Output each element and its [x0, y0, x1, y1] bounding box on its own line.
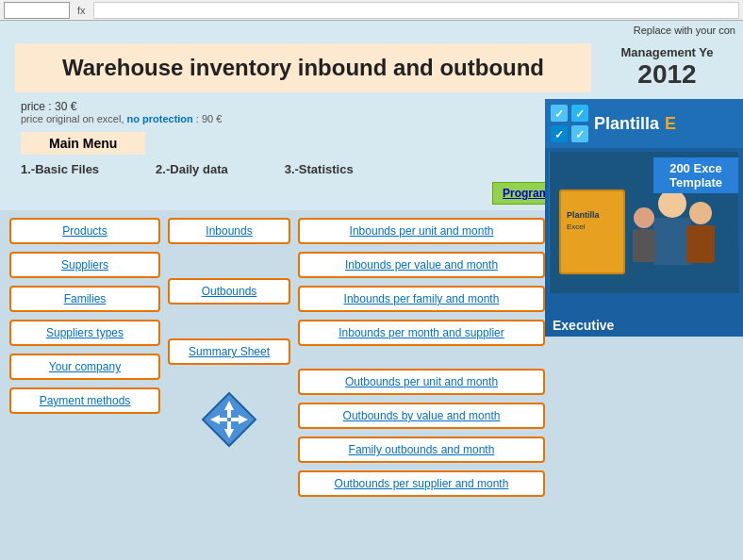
- template-box: Plantilla Excel 200 Exce Template: [545, 148, 743, 337]
- title-section: Warehouse inventory inbound and outbound: [15, 43, 591, 92]
- svg-rect-25: [686, 225, 715, 263]
- inbounds-per-unit-month-button[interactable]: Inbounds per unit and month: [298, 218, 545, 244]
- main-title: Warehouse inventory inbound and outbound: [34, 55, 572, 81]
- left-navigation-column: Products Suppliers Families Suppliers ty…: [9, 218, 160, 497]
- svg-rect-19: [561, 191, 623, 272]
- nav-item-basic-files: 1.-Basic Files: [21, 162, 99, 176]
- inbounds-per-value-month-button[interactable]: Inbounds per value and month: [298, 252, 545, 278]
- no-protection-text: no protection: [127, 113, 193, 124]
- plantilla-name: Plantilla: [594, 114, 659, 134]
- outbounds-button[interactable]: Outbounds: [168, 278, 290, 305]
- price-section: price : 30 € price original on excel, no…: [8, 96, 599, 128]
- svg-point-24: [689, 202, 712, 224]
- formula-input[interactable]: [93, 2, 739, 19]
- svg-text:✓: ✓: [575, 128, 585, 141]
- svg-point-22: [658, 189, 686, 218]
- move-icon: [201, 391, 257, 448]
- svg-text:✓: ✓: [554, 128, 564, 141]
- middle-navigation-column: Inbounds Outbounds Summary Sheet: [168, 218, 290, 497]
- right-navigation-column: Inbounds per unit and month Inbounds per…: [298, 218, 545, 497]
- products-button[interactable]: Products: [9, 218, 160, 244]
- suppliers-types-button[interactable]: Suppliers types: [9, 320, 160, 346]
- svg-text:✓: ✓: [554, 107, 564, 121]
- inbounds-per-month-supplier-button[interactable]: Inbounds per month and supplier: [298, 320, 545, 346]
- svg-text:Plantilla: Plantilla: [567, 210, 601, 220]
- svg-rect-4: [227, 421, 231, 429]
- header-left: Warehouse inventory inbound and outbound…: [8, 40, 599, 180]
- svg-rect-27: [633, 229, 655, 262]
- menu-title: Main Menu: [21, 132, 145, 155]
- banner-text: Replace with your con: [634, 25, 735, 36]
- plantilla-suffix: E: [665, 114, 676, 134]
- suppliers-button[interactable]: Suppliers: [9, 252, 160, 278]
- menu-section: Main Menu: [8, 128, 599, 158]
- svg-text:✓: ✓: [575, 107, 585, 121]
- nav-item-statistics: 3.-Statistics: [285, 162, 354, 176]
- inbounds-per-family-month-button[interactable]: Inbounds per family and month: [298, 286, 545, 312]
- cell-reference-input[interactable]: B6: [4, 2, 70, 19]
- plantilla-header: ✓ ✓ ✓ ✓ Plantilla E: [545, 99, 743, 148]
- year-value: 2012: [603, 59, 732, 90]
- nav-row: 1.-Basic Files 2.-Daily data 3.-Statisti…: [8, 158, 599, 180]
- svg-rect-8: [231, 418, 239, 421]
- top-banner: Replace with your con: [0, 21, 743, 40]
- svg-rect-6: [220, 418, 227, 421]
- right-image-panel: ✓ ✓ ✓ ✓ Plantilla E Plantilla Excel: [545, 99, 743, 560]
- formula-bar: B6 fx: [0, 0, 743, 21]
- families-button[interactable]: Families: [9, 286, 160, 312]
- outbounds-per-supplier-month-button[interactable]: Outbounds per supplier and month: [298, 470, 545, 497]
- badge-line-2: Template: [661, 175, 731, 189]
- svg-text:Excel: Excel: [567, 222, 586, 231]
- price-original: price original on excel, no protection :…: [21, 113, 586, 124]
- summary-sheet-button[interactable]: Summary Sheet: [168, 338, 290, 365]
- badge-line-1: 200 Exce: [661, 161, 731, 175]
- template-badge: 200 Exce Template: [653, 157, 738, 193]
- your-company-button[interactable]: Your company: [9, 354, 160, 380]
- fx-icon: fx: [74, 5, 90, 16]
- move-icon-container: [168, 391, 290, 448]
- svg-rect-23: [653, 218, 691, 265]
- spreadsheet-container: B6 fx Replace with your con Warehouse in…: [0, 0, 743, 560]
- svg-rect-2: [227, 410, 231, 418]
- plantilla-logo-icon: ✓ ✓ ✓ ✓: [551, 105, 588, 142]
- payment-methods-button[interactable]: Payment methods: [9, 387, 160, 414]
- family-outbounds-month-button[interactable]: Family outbounds and month: [298, 436, 545, 463]
- navigation-section: Products Suppliers Families Suppliers ty…: [0, 210, 554, 504]
- svg-point-26: [634, 207, 654, 228]
- price-label: price : 30 €: [21, 100, 586, 113]
- inbounds-button[interactable]: Inbounds: [168, 218, 290, 244]
- executive-bar: Executive: [545, 314, 743, 337]
- management-year-label: Management Ye: [603, 45, 732, 59]
- management-panel: Management Ye 2012: [599, 40, 735, 95]
- outbounds-per-unit-month-button[interactable]: Outbounds per unit and month: [298, 369, 545, 395]
- nav-item-daily-data: 2.-Daily data: [156, 162, 228, 176]
- outbounds-by-value-month-button[interactable]: Outbounds by value and month: [298, 403, 545, 429]
